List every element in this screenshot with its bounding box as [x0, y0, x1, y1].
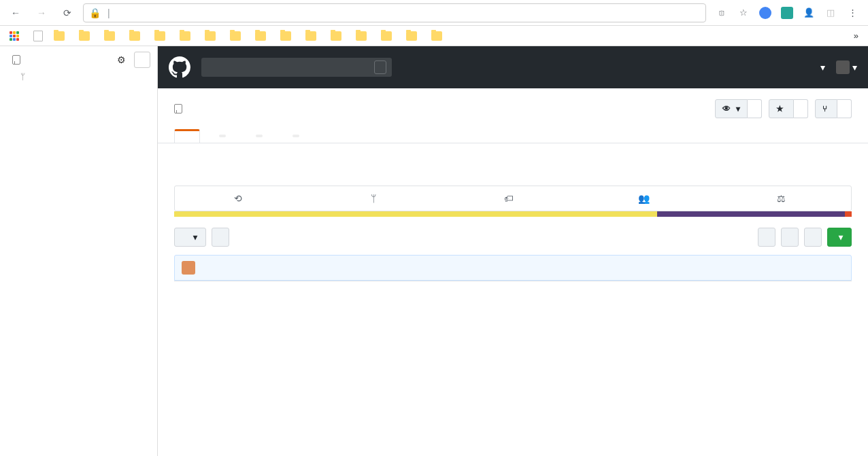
repo-title	[174, 104, 192, 113]
secure-badge: 🔒	[89, 7, 103, 18]
tab-projects[interactable]	[273, 129, 310, 143]
extension-a-icon[interactable]	[759, 7, 771, 19]
clone-button[interactable]: ▾	[827, 228, 852, 247]
octotree-sidebar: ⚙ ᛘ	[0, 46, 158, 456]
address-bar[interactable]: 🔒 |	[83, 3, 706, 22]
fork-count[interactable]	[837, 99, 852, 118]
branch-select[interactable]: ▾	[174, 228, 206, 247]
branch-icon: ᛘ	[20, 72, 25, 82]
contributors-link[interactable]: 👥	[580, 186, 716, 211]
octotree-header: ⚙	[0, 46, 157, 72]
star-count[interactable]	[794, 99, 808, 118]
find-file-button[interactable]	[804, 228, 822, 247]
github-logo-icon[interactable]	[169, 56, 190, 78]
create-file-button[interactable]	[758, 228, 775, 247]
bookmark-folder[interactable]	[201, 29, 223, 43]
watch-button[interactable]: 👁 ▾	[715, 99, 762, 118]
tab-insights[interactable]	[310, 129, 336, 143]
new-pr-button[interactable]	[212, 228, 229, 247]
bookmark-folder[interactable]	[75, 29, 97, 43]
bookmarks-bar: »	[0, 26, 868, 46]
bookmark-folder[interactable]	[150, 29, 173, 43]
bookmark-folder[interactable]	[327, 29, 349, 43]
lock-icon: 🔒	[89, 7, 101, 18]
tag-icon: 🏷	[504, 193, 514, 204]
bookmark-overflow[interactable]: »	[850, 29, 863, 43]
avatar-menu[interactable]: ▾	[836, 60, 857, 74]
repo-icon	[12, 55, 20, 65]
repo-description	[174, 154, 852, 166]
bookmark-folder[interactable]	[50, 29, 72, 43]
bookmark-folder[interactable]	[125, 29, 148, 43]
star-icon: ★	[776, 104, 784, 113]
license-link[interactable]: ⚖	[716, 186, 851, 211]
branch-switcher[interactable]: ᛘ	[0, 72, 157, 87]
extension-b-icon[interactable]	[781, 7, 793, 19]
slash-key-icon	[374, 60, 386, 74]
bookmark-folder[interactable]	[226, 29, 248, 43]
menu-icon[interactable]: ⋮	[846, 7, 858, 19]
bookmark-folder[interactable]	[352, 29, 374, 43]
tab-code[interactable]	[174, 129, 200, 143]
fork-button[interactable]: ⑂	[815, 99, 852, 118]
user-icon[interactable]: 👤	[803, 7, 815, 19]
tab-prs[interactable]	[237, 129, 273, 143]
avatar-icon	[182, 261, 195, 275]
history-icon: ⟲	[234, 193, 242, 204]
create-new-button[interactable]: ▾	[820, 62, 825, 73]
repo-stats: ⟲ ᛘ 🏷 👥 ⚖	[174, 186, 852, 211]
bookmark-item[interactable]	[29, 29, 47, 43]
repo-icon	[174, 104, 182, 113]
github-page: ▾ ▾ 👁 ▾ ★	[158, 46, 868, 456]
apps-button[interactable]	[5, 29, 27, 43]
bookmark-star-icon[interactable]: ☆	[737, 7, 750, 19]
browser-toolbar: ← → ⟳ 🔒 | ⎅ ☆ 👤 ◫ ⋮	[0, 0, 868, 26]
releases-link[interactable]: 🏷	[446, 186, 581, 211]
branch-icon: ᛘ	[371, 193, 376, 204]
reload-button[interactable]: ⟳	[57, 3, 78, 23]
bookmark-folder[interactable]	[377, 29, 399, 43]
bookmark-folder[interactable]	[176, 29, 198, 43]
avatar-icon	[836, 60, 850, 74]
search-input[interactable]	[201, 58, 392, 77]
language-bar[interactable]	[174, 211, 852, 217]
eye-icon: 👁	[722, 104, 731, 113]
watch-count[interactable]	[748, 99, 762, 118]
people-icon: 👥	[638, 193, 650, 204]
bookmark-folder[interactable]	[251, 29, 273, 43]
forward-button[interactable]: →	[31, 3, 52, 23]
pin-button[interactable]	[134, 52, 150, 68]
toolbar-icons: ⎅ ☆ 👤 ◫ ⋮	[712, 7, 863, 19]
repo-nav	[158, 129, 868, 143]
commits-link[interactable]: ⟲	[175, 186, 310, 211]
bookmark-folder[interactable]	[402, 29, 424, 43]
translate-icon[interactable]: ⎅	[716, 7, 728, 19]
bookmark-folder[interactable]	[301, 29, 324, 43]
balance-icon: ⚖	[777, 193, 786, 204]
url-separator: |	[107, 7, 110, 18]
github-header: ▾ ▾	[158, 46, 868, 88]
bookmark-folder[interactable]	[276, 29, 299, 43]
branches-link[interactable]: ᛘ	[310, 186, 446, 211]
star-button[interactable]: ★	[769, 99, 808, 118]
fork-icon: ⑂	[822, 104, 827, 113]
file-tree	[0, 87, 157, 456]
back-button[interactable]: ←	[5, 3, 26, 23]
commit-tease	[174, 255, 852, 281]
tab-issues[interactable]	[200, 129, 237, 143]
upload-button[interactable]	[781, 228, 799, 247]
file-list	[174, 281, 852, 281]
bookmark-folder[interactable]	[100, 29, 122, 43]
android-icon[interactable]: ◫	[824, 7, 837, 19]
bookmark-folder[interactable]	[427, 29, 450, 43]
gear-icon[interactable]: ⚙	[117, 54, 126, 65]
